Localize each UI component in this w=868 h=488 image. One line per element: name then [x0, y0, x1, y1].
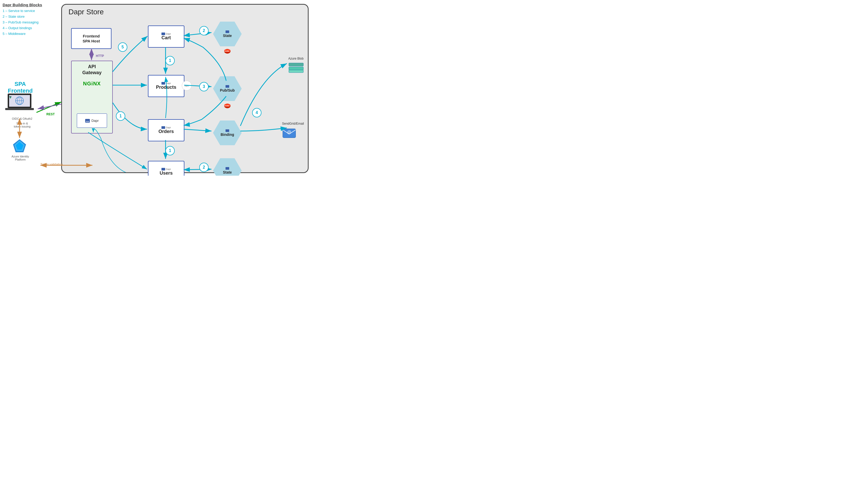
- badge-1-gateway-orders: 1: [116, 111, 125, 121]
- svg-rect-15: [161, 82, 165, 85]
- state-hex-label-bottom: State: [223, 170, 232, 174]
- azure-blob-area: Azure Blob: [288, 57, 304, 74]
- cart-service-name: Cart: [161, 35, 171, 41]
- state-hex-label-top: State: [223, 34, 232, 38]
- email-icon: @: [282, 127, 297, 140]
- svg-rect-17: [161, 168, 165, 170]
- svg-rect-33: [289, 70, 303, 73]
- svg-rect-27: [225, 167, 229, 170]
- badge-2-users-state: 2: [199, 163, 209, 172]
- state-hex-shape-top: State: [213, 22, 242, 46]
- item3-label: – Pub/Sub messaging: [4, 20, 38, 24]
- svg-rect-6: [5, 108, 34, 110]
- sendgrid-area: SendGrid/Email @: [282, 122, 304, 141]
- binding-hex: Binding: [213, 121, 242, 145]
- users-service-name: Users: [160, 170, 173, 176]
- binding-hex-shape: Binding: [213, 121, 242, 145]
- building-blocks-list: 1 – Service to service 2 – State store 3…: [3, 8, 60, 37]
- redis-badge-state-top: redis: [224, 48, 231, 54]
- nginx-label: NGiNX: [72, 81, 112, 87]
- item5-label: – Middleware: [4, 32, 26, 36]
- pubsub-hex-label: Pub/Sub: [220, 88, 235, 92]
- svg-rect-26: [225, 129, 229, 132]
- svg-rect-18: [225, 30, 229, 33]
- left-panel: Dapr Building Blocks 1 – Service to serv…: [3, 3, 60, 37]
- building-block-item-3: 3 – Pub/Sub messaging: [3, 20, 60, 25]
- item1-label: – Service to service: [4, 9, 35, 13]
- svg-line-48: [184, 129, 212, 131]
- diagram-area: Dapr Store FrontendSPA Host HTTP APIGate…: [61, 4, 309, 173]
- badge-2-cart-state: 2: [199, 26, 209, 35]
- svg-rect-32: [289, 67, 303, 70]
- badge-4-binding: 4: [252, 108, 261, 118]
- products-dapr-label: Dapr: [161, 82, 171, 85]
- badge-3-pubsub: 3: [199, 82, 209, 91]
- dapr-store-title: Dapr Store: [68, 8, 104, 16]
- svg-rect-16: [161, 126, 165, 129]
- svg-rect-12: [85, 119, 90, 123]
- cart-service-box: Dapr Cart: [148, 26, 184, 47]
- item2-label: – State store: [4, 14, 25, 19]
- state-hex-bottom: State redis: [213, 158, 242, 176]
- laptop-icon: [4, 92, 35, 113]
- pubsub-hex-shape: Pub/Sub: [213, 76, 242, 101]
- svg-line-57: [38, 104, 61, 109]
- products-service-box: Dapr Products sqlite: [148, 75, 184, 97]
- svg-text:redis: redis: [224, 50, 230, 52]
- users-service-box: Dapr Users: [148, 161, 184, 176]
- oidc-oauth-text: OIDC & OAuth2: [4, 117, 40, 120]
- sqlite-badge: sqlite: [182, 81, 192, 91]
- users-dapr-label: Dapr: [161, 168, 171, 170]
- cart-dapr-label: Dapr: [161, 33, 171, 35]
- pubsub-hex: Pub/Sub redis: [213, 76, 242, 107]
- api-gateway-box: APIGateway NGiNX Dapr: [71, 61, 113, 133]
- building-blocks-title: Dapr Building Blocks: [3, 3, 60, 7]
- azure-identity-label: Azure IdentityPlatform: [5, 155, 36, 161]
- building-block-item-5: 5 – Middleware: [3, 31, 60, 37]
- badge-1-orders-users: 1: [165, 146, 175, 155]
- rest-label: REST: [46, 112, 55, 116]
- svg-rect-22: [225, 85, 229, 88]
- svg-rect-31: [289, 63, 303, 66]
- signin-token-text: Sign-in &token issuing: [4, 122, 40, 128]
- building-block-item-4: 4 – Output bindings: [3, 25, 60, 31]
- sendgrid-label: SendGrid/Email: [282, 122, 304, 125]
- azure-blob-icon: [288, 62, 304, 73]
- dapr-icon-gateway: [85, 119, 90, 123]
- orders-service-box: Dapr Orders: [148, 119, 184, 141]
- svg-text:redis: redis: [224, 105, 230, 107]
- badge-1-cart-products: 1: [165, 56, 175, 65]
- orders-service-name: Orders: [158, 129, 174, 134]
- azure-blob-label: Azure Blob: [288, 57, 304, 60]
- building-block-item-2: 2 – State store: [3, 14, 60, 20]
- item4-label: – Output bindings: [4, 26, 32, 30]
- state-hex-shape-bottom: State: [213, 158, 242, 176]
- frontend-spa-box: FrontendSPA Host: [71, 28, 112, 49]
- redis-badge-pubsub: redis: [224, 103, 231, 109]
- dapr-label-gateway: Dapr: [91, 119, 99, 123]
- orders-dapr-label: Dapr: [161, 126, 171, 129]
- frontend-spa-label: FrontendSPA Host: [83, 34, 100, 44]
- svg-rect-14: [161, 33, 165, 35]
- badge-5: 5: [118, 42, 127, 52]
- products-service-name: Products: [156, 85, 176, 90]
- building-block-item-1: 1 – Service to service: [3, 8, 60, 14]
- api-gateway-label: APIGateway: [72, 64, 112, 76]
- state-hex-top: State redis: [213, 22, 242, 52]
- svg-rect-13: [86, 121, 89, 122]
- http-label: HTTP: [96, 54, 104, 58]
- binding-hex-label: Binding: [221, 132, 234, 137]
- svg-text:@: @: [287, 130, 291, 134]
- dapr-inner-box: Dapr: [77, 113, 107, 128]
- svg-line-56: [36, 102, 61, 112]
- token-validation-label: Token validation: [40, 163, 63, 166]
- azure-identity-icon: [12, 138, 27, 154]
